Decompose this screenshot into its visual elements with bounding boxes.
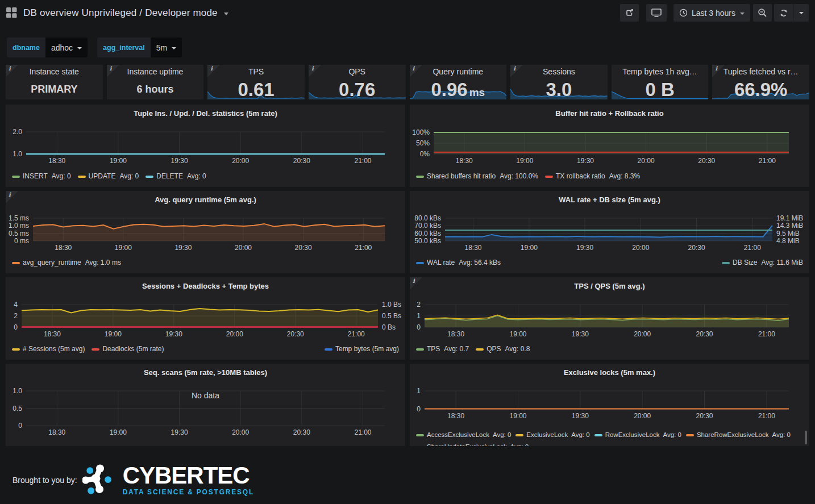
legend-swatch (515, 434, 523, 436)
stat-title[interactable]: QPS (309, 67, 406, 76)
legend-label: WAL rate (427, 258, 455, 268)
info-icon[interactable]: i (413, 278, 415, 284)
info-icon[interactable]: i (715, 65, 717, 72)
legend-item[interactable]: ExclusiveLockAvg: 0 (515, 429, 589, 441)
legend-label: Shared buffers hit ratio (427, 172, 496, 181)
legend-item[interactable]: INSERTAvg: 0 (12, 172, 71, 181)
info-icon[interactable]: i (110, 65, 112, 72)
legend-label: DB Size (733, 258, 757, 268)
legend-item[interactable]: Shared buffers hit ratioAvg: 100.0% (416, 172, 538, 181)
stat-panel: Temp bytes 1h avg…0 B (612, 65, 709, 99)
legend-swatch (416, 446, 424, 447)
legend-swatch (416, 348, 424, 351)
legend-item[interactable]: # Sessions (5m avg) (12, 344, 85, 354)
svg-text:21:00: 21:00 (758, 330, 775, 338)
panel-title[interactable]: Seq. scans (5m rate, >10MB tables) (28, 368, 382, 377)
cybertec-logo-icon[interactable] (82, 464, 118, 497)
panel-title[interactable]: Sessions + Deadlocks + Temp bytes (28, 282, 382, 290)
variables-bar: dbname adhoc agg_interval 5m (7, 38, 815, 57)
no-data-label: No data (6, 391, 405, 400)
legend-item[interactable]: ShareRowExclusiveLockAvg: 0 (686, 429, 791, 441)
time-picker-button[interactable]: Last 3 hours (673, 4, 750, 22)
legend-item[interactable]: DELETEAvg: 0 (145, 172, 206, 181)
info-icon[interactable]: i (311, 65, 314, 72)
legend-item[interactable]: WAL rateAvg: 56.4 kBs (416, 258, 501, 268)
info-icon[interactable]: i (413, 65, 415, 72)
legend-swatch (722, 262, 730, 264)
info-icon[interactable]: i (9, 191, 11, 198)
svg-text:21:00: 21:00 (758, 412, 775, 420)
legend-value: Avg: 11.6 MiB (761, 258, 803, 268)
refresh-interval-button[interactable] (793, 4, 809, 22)
stat-value: 0.61 (207, 78, 305, 99)
legend-scrollbar[interactable] (805, 431, 807, 444)
legend: TPSAvg: 0.7QPSAvg: 0.8 (416, 344, 803, 354)
svg-text:19:30: 19:30 (174, 244, 192, 252)
panel-title[interactable]: Exclusive locks (5m max.) (433, 368, 787, 377)
svg-text:18:30: 18:30 (456, 157, 473, 165)
legend-value: Avg: 0 (52, 172, 71, 181)
svg-text:1: 1 (417, 387, 421, 395)
legend-item[interactable]: Temp bytes (5m avg) (325, 344, 399, 354)
dashboard-title[interactable]: DB overview Unprivileged / Developer mod… (23, 7, 218, 19)
info-icon[interactable]: i (513, 65, 515, 72)
legend: AccessExclusiveLockAvg: 0ExclusiveLockAv… (416, 429, 803, 446)
svg-text:20:30: 20:30 (698, 157, 715, 165)
stat-title[interactable]: Instance state (6, 67, 103, 76)
stat-title[interactable]: Tuples fetched vs r… (712, 67, 809, 76)
dashboard-grid-icon[interactable] (6, 7, 17, 18)
legend-swatch (12, 176, 20, 178)
legend-item[interactable]: AccessExclusiveLockAvg: 0 (416, 429, 511, 441)
legend-item[interactable]: ShareUpdateExclusiveLockAvg: 0 (416, 441, 529, 446)
legend-swatch (12, 262, 20, 264)
panel-title[interactable]: WAL rate + DB size (5m avg.) (433, 195, 787, 204)
svg-text:20:30: 20:30 (688, 244, 705, 252)
refresh-button[interactable] (774, 4, 793, 22)
variable-value-dropdown[interactable]: 5m (151, 38, 182, 57)
svg-text:19:00: 19:00 (521, 244, 538, 252)
variable-value-dropdown[interactable]: adhoc (45, 38, 88, 57)
stat-title[interactable]: Query runtime (410, 67, 507, 76)
legend-swatch (416, 176, 424, 178)
legend-swatch (416, 434, 424, 436)
title-caret-icon[interactable] (224, 13, 228, 15)
svg-text:4.8 MiB: 4.8 MiB (776, 237, 800, 245)
panel-title[interactable]: Buffer hit ratio + Rollback ratio (433, 109, 787, 118)
panel-title[interactable]: TPS / QPS (5m avg.) (433, 282, 787, 290)
tv-icon (651, 8, 662, 18)
info-icon[interactable]: i (210, 65, 213, 72)
info-icon[interactable]: i (9, 65, 11, 72)
legend-item[interactable]: Deadlocks (5m rate) (92, 344, 164, 354)
stat-value: 3.0 (510, 78, 608, 99)
stat-title[interactable]: Instance uptime (107, 67, 204, 76)
legend-item[interactable]: UPDATEAvg: 0 (78, 172, 139, 181)
panel-sessions-deadlocks: Sessions + Deadlocks + Temp bytes 18:301… (6, 277, 405, 360)
svg-text:20:30: 20:30 (295, 244, 312, 252)
stat-value: 6 hours (107, 82, 204, 97)
svg-text:2.0: 2.0 (13, 128, 22, 136)
legend-item[interactable]: DB SizeAvg: 11.6 MiB (722, 258, 803, 268)
stat-title[interactable]: Temp bytes 1h avg… (612, 67, 709, 76)
legend-item[interactable]: RowExclusiveLockAvg: 0 (594, 429, 681, 441)
svg-text:19:30: 19:30 (576, 244, 593, 252)
panel-title[interactable]: Tuple Ins. / Upd. / Del. statistics (5m … (28, 109, 382, 118)
share-button[interactable] (620, 4, 639, 22)
panel-title[interactable]: Avg. query runtime (5m avg.) (28, 195, 382, 204)
legend-item[interactable]: QPSAvg: 0.8 (476, 344, 530, 354)
charts-grid: Tuple Ins. / Upd. / Del. statistics (5m … (6, 105, 809, 446)
legend-item[interactable]: TPSAvg: 0.7 (416, 344, 469, 354)
legend-value: Avg: 8.3% (609, 172, 640, 181)
stat-title[interactable]: Sessions (510, 67, 608, 76)
svg-text:21:00: 21:00 (744, 244, 761, 252)
svg-text:14.3 MiB: 14.3 MiB (776, 222, 803, 230)
zoom-out-button[interactable] (753, 4, 772, 22)
stat-value: 66.9% (712, 78, 809, 99)
legend-item[interactable]: TX rollback ratioAvg: 8.3% (545, 172, 640, 181)
svg-text:0: 0 (417, 323, 421, 331)
stat-title[interactable]: TPS (207, 67, 305, 76)
legend-item[interactable]: avg_query_runtimeAvg: 1.0 ms (12, 258, 121, 268)
svg-text:1: 1 (417, 312, 421, 320)
legend-label: UPDATE (89, 172, 116, 181)
tv-mode-button[interactable] (646, 4, 667, 22)
stat-panel: iInstance statePRIMARY (6, 65, 103, 99)
